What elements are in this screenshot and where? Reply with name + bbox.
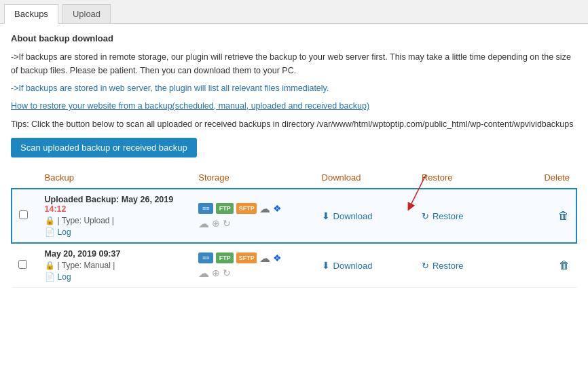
tab-bar: Backups Upload bbox=[0, 0, 588, 24]
row1-restore-cell: ↻ Restore bbox=[415, 189, 530, 243]
log-page-icon2: 📄 bbox=[45, 272, 55, 282]
dropbox-icon2: ❖ bbox=[273, 253, 282, 263]
row1-backup-name: Uploaded Backup: May 26, 2019 14:12 bbox=[45, 195, 185, 214]
cloud-icon2: ☁ bbox=[259, 252, 270, 265]
info-line1: ->If backups are stored in remote storag… bbox=[11, 50, 577, 77]
row2-backup-cell: May 20, 2019 09:37 🔒 | Type: Manual | 📄 … bbox=[38, 243, 192, 288]
backup-table-wrapper: Backup Storage Download Restore Delete bbox=[11, 167, 577, 288]
cloud2-icon: ☁ bbox=[198, 217, 209, 230]
row2-restore-cell: ↻ Restore bbox=[415, 243, 530, 288]
row1-checkbox[interactable] bbox=[19, 210, 28, 219]
download-icon2: ⬇ bbox=[322, 260, 330, 271]
help-link: How to restore your website from a backu… bbox=[11, 100, 577, 111]
sftp-icon2: SFTP bbox=[236, 253, 257, 263]
row1-log-link[interactable]: 📄 Log bbox=[45, 227, 185, 237]
tab-upload[interactable]: Upload bbox=[62, 4, 111, 23]
col-header-delete: Delete bbox=[530, 167, 576, 189]
row1-check-cell bbox=[12, 189, 38, 243]
row2-storage-icons-bottom: ☁ ⊕ ↻ bbox=[198, 267, 308, 280]
scan-button[interactable]: Scan uploaded backup or received backup bbox=[11, 138, 197, 157]
row1-download-button[interactable]: ⬇ Download bbox=[322, 210, 373, 221]
row2-check-cell bbox=[12, 243, 38, 288]
row1-storage-icons-top: ≡≡ FTP SFTP ☁ ❖ bbox=[198, 202, 308, 215]
restore-icon2: ↻ bbox=[422, 261, 429, 271]
lock-icon2: 🔒 bbox=[45, 261, 55, 270]
row2-log-link[interactable]: 📄 Log bbox=[45, 272, 185, 282]
row1-delete-button[interactable]: 🗑 bbox=[558, 210, 569, 221]
col-header-backup: Backup bbox=[38, 167, 192, 189]
db-icon2: ≡≡ bbox=[198, 253, 213, 263]
gdrive-icon2: ⊕ bbox=[212, 267, 220, 278]
row2-restore-button[interactable]: ↻ Restore bbox=[422, 261, 464, 271]
row1-storage-icons-bottom: ☁ ⊕ ↻ bbox=[198, 217, 308, 230]
log-page-icon: 📄 bbox=[45, 227, 55, 237]
help-link-anchor[interactable]: How to restore your website from a backu… bbox=[11, 101, 369, 111]
tips-text: Tips: Click the button below to scan all… bbox=[11, 117, 577, 131]
row1-restore-button[interactable]: ↻ Restore bbox=[422, 211, 464, 221]
row1-backup-cell: Uploaded Backup: May 26, 2019 14:12 🔒 | … bbox=[38, 189, 192, 243]
col-header-restore: Restore bbox=[415, 167, 530, 189]
info-line2: ->If backups are stored in web server, t… bbox=[11, 81, 577, 95]
row2-delete-cell: 🗑 bbox=[530, 243, 576, 288]
row2-checkbox[interactable] bbox=[18, 260, 27, 269]
col-header-storage: Storage bbox=[191, 167, 314, 189]
row2-storage-icons-top: ≡≡ FTP SFTP ☁ ❖ bbox=[198, 252, 308, 265]
sftp-icon: SFTP bbox=[236, 203, 257, 214]
rotate-icon: ↻ bbox=[223, 218, 231, 229]
row2-backup-name: May 20, 2019 09:37 bbox=[45, 249, 185, 259]
col-header-download: Download bbox=[315, 167, 415, 189]
tab-backups[interactable]: Backups bbox=[4, 4, 58, 24]
table-row: May 20, 2019 09:37 🔒 | Type: Manual | 📄 … bbox=[12, 243, 576, 288]
backup-table: Backup Storage Download Restore Delete bbox=[11, 167, 577, 288]
row1-storage-cell: ≡≡ FTP SFTP ☁ ❖ ☁ ⊕ ↻ bbox=[191, 189, 314, 243]
dropbox-icon: ❖ bbox=[273, 203, 282, 214]
row1-download-cell: ⬇ Download bbox=[315, 189, 415, 243]
ftp-icon2: FTP bbox=[216, 253, 234, 263]
section-title: About backup download bbox=[11, 33, 577, 43]
main-container: Backups Upload About backup download ->I… bbox=[0, 0, 588, 374]
rotate-icon2: ↻ bbox=[223, 267, 231, 278]
row1-delete-cell: 🗑 bbox=[530, 189, 576, 243]
row2-backup-meta: 🔒 | Type: Manual | bbox=[45, 261, 185, 270]
col-header-check bbox=[12, 167, 38, 189]
download-icon: ⬇ bbox=[322, 210, 330, 221]
row2-download-button[interactable]: ⬇ Download bbox=[322, 260, 373, 271]
cloud-icon: ☁ bbox=[259, 202, 270, 215]
lock-icon: 🔒 bbox=[45, 216, 55, 225]
content-area: About backup download ->If backups are s… bbox=[0, 24, 588, 297]
row2-download-cell: ⬇ Download bbox=[315, 243, 415, 288]
cloud3-icon: ☁ bbox=[198, 267, 209, 280]
db-icon: ≡≡ bbox=[198, 203, 213, 214]
row1-backup-meta: 🔒 | Type: Upload | bbox=[45, 216, 185, 225]
gdrive-icon: ⊕ bbox=[212, 218, 220, 229]
table-row: Uploaded Backup: May 26, 2019 14:12 🔒 | … bbox=[12, 189, 576, 243]
restore-icon: ↻ bbox=[422, 211, 429, 221]
row2-storage-cell: ≡≡ FTP SFTP ☁ ❖ ☁ ⊕ ↻ bbox=[191, 243, 314, 288]
table-header-row: Backup Storage Download Restore Delete bbox=[12, 167, 576, 189]
row2-delete-button[interactable]: 🗑 bbox=[559, 259, 570, 271]
ftp-icon: FTP bbox=[216, 203, 234, 214]
